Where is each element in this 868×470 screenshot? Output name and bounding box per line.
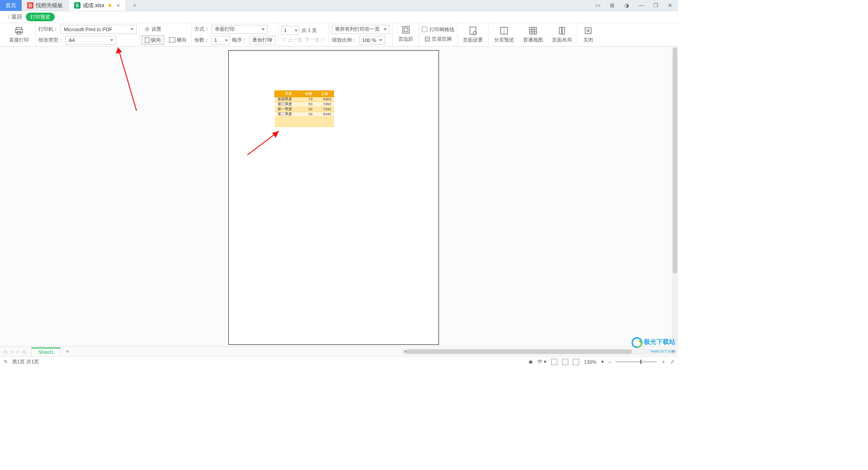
spreadsheet-icon: S [74,2,80,9]
group-close: 关闭 [578,23,599,46]
td: 7342 [315,107,334,112]
landscape-icon [169,38,175,42]
header-footer-button[interactable]: 页眉页脚 [422,35,454,43]
app-box-icon[interactable]: ▭ [593,2,602,9]
zoom-select[interactable]: 100 % [359,36,385,45]
zoom-in-button[interactable]: ＋ [661,358,666,365]
tab-add[interactable]: ＋ [126,0,143,11]
svg-rect-6 [402,26,409,33]
zoom-out-button[interactable]: − [609,359,611,365]
group-scale: 将所有列打印在一页 缩放比例： 100 % [329,23,393,46]
prev-page-button[interactable]: ◁ 上一页 [281,37,302,43]
back-button[interactable]: 〈 返回 [5,13,22,21]
sheet-tab[interactable]: Sheet1 [31,348,61,356]
table-row: 第一季度527342 [275,107,334,112]
backbar: 〈 返回 打印预览 [0,11,678,23]
td: 53 [302,102,315,107]
close-preview-button[interactable]: 关闭 [580,24,597,45]
sheet-first-icon[interactable]: |< [4,349,8,354]
sheet-prev-icon[interactable]: < [10,349,13,354]
status-right: ◉ 中 ▾ 130%▾ − ＋ ⤢ [528,358,675,365]
header-footer-label: 页眉页脚 [432,36,452,42]
sheet-next-icon[interactable]: > [16,349,19,354]
next-page-button[interactable]: 下一页 ▷ [305,37,326,43]
group-orient: 设置 纵向 横向 [140,23,192,46]
sheet-tab-label: Sheet1 [38,349,54,355]
app-grid-icon[interactable]: ⊞ [608,2,617,9]
zoom-dropdown-icon[interactable]: ▾ [601,359,604,365]
next-label: 下一页 [305,37,320,42]
close-window-icon[interactable]: ✕ [665,2,675,9]
preview-area: 季度 销量 总量 第四季度739463 第三季度537452 第一季度52734… [0,47,672,346]
view-normal-icon[interactable] [551,359,557,365]
tab-template-label: 找稻壳模板 [36,2,63,9]
group-hf: 打印网格线 页眉页脚 [419,23,458,46]
tab-home[interactable]: 首页 [0,0,22,11]
prev-label: 上一页 [288,37,302,42]
watermark: 极光下载站 www.xz7.com [632,337,675,353]
page-setup-button[interactable]: 页面设置 [459,24,486,45]
order-select[interactable]: 逐份打印 [249,36,275,45]
ime-indicator[interactable]: 中 ▾ [538,358,547,365]
printer-select[interactable]: Microsoft Print to PDF [61,25,137,34]
tab-close-icon[interactable]: ✕ [116,3,120,9]
table-header-row: 季度 销量 总量 [275,91,334,97]
page-layout-icon [557,26,566,35]
normal-view-button[interactable]: 普通视图 [519,24,547,45]
scroll-thumb[interactable] [673,47,677,273]
page-layout-button[interactable]: 页面布局 [548,24,576,45]
page-spin[interactable]: 1 [281,26,299,35]
paper-value: A4 [69,38,75,43]
td: 第一季度 [275,107,302,112]
group-mode: 方式： 单面打印 份数： 1 顺序： 逐份打印 [192,23,278,46]
sheet-last-icon[interactable]: >| [22,349,26,354]
gridlines-checkbox[interactable] [422,27,427,32]
eye-icon[interactable]: ◉ [528,359,533,365]
spellcheck-icon[interactable]: ✎ [4,359,8,365]
vertical-scrollbar[interactable] [672,47,678,346]
settings-label: 设置 [151,26,161,33]
back-label: 返回 [11,14,22,20]
tab-template[interactable]: D 找稻壳模板 [22,0,69,11]
view-break-icon[interactable] [573,359,579,365]
settings-button[interactable]: 设置 [142,25,164,33]
zoom-percent[interactable]: 130% [584,359,596,365]
printer-value: Microsoft Print to PDF [64,27,113,32]
td: 6342 [315,112,334,117]
copies-spin[interactable]: 1 [212,36,230,45]
tab-strip: 首页 D 找稻壳模板 S 成绩.xlsx ✕ ＋ ▭ ⊞ ◑ — ❐ ✕ [0,0,678,11]
page-break-button[interactable]: 分页预览 [491,24,518,45]
group-print: 直接打印 [3,23,36,46]
zoom-slider[interactable] [616,361,656,362]
data-table: 季度 销量 总量 第四季度739463 第三季度537452 第一季度52734… [274,90,334,127]
add-sheet-button[interactable]: ＋ [64,348,71,356]
tab-file-label: 成绩.xlsx [83,2,104,9]
portrait-button[interactable]: 纵向 [142,35,164,45]
scroll-thumb[interactable] [406,349,632,354]
td: 第三季度 [275,102,302,107]
tab-file[interactable]: S 成绩.xlsx ✕ [69,0,126,11]
direct-print-button[interactable]: 直接打印 [5,23,33,46]
paper-label: 纸张类型： [38,37,63,43]
gear-icon [144,26,150,32]
fit-select[interactable]: 将所有列打印在一页 [332,25,390,34]
table-row: 第四季度739463 [275,97,334,102]
sheet-nav: |< < > >| [0,349,29,354]
view-layout-icon[interactable] [562,359,568,365]
skin-icon[interactable]: ◑ [622,2,631,9]
zoom-fit-icon[interactable]: ⤢ [670,359,675,365]
status-page: 第1页 共1页 [12,358,39,365]
paper-select[interactable]: A4 [66,36,116,45]
svg-marker-26 [116,47,122,54]
normal-view-label: 普通视图 [523,37,543,43]
minimize-icon[interactable]: — [637,2,646,9]
normal-view-icon [528,26,538,35]
mode-select[interactable]: 单面打印 [212,25,268,34]
page-total: 共 1 页 [302,27,317,34]
landscape-button[interactable]: 横向 [166,36,189,44]
zoom-label: 缩放比例： [332,37,357,43]
th: 总量 [315,91,334,97]
maximize-icon[interactable]: ❐ [651,2,660,9]
margins-button[interactable]: 页边距 [395,25,417,44]
svg-rect-5 [170,38,175,42]
